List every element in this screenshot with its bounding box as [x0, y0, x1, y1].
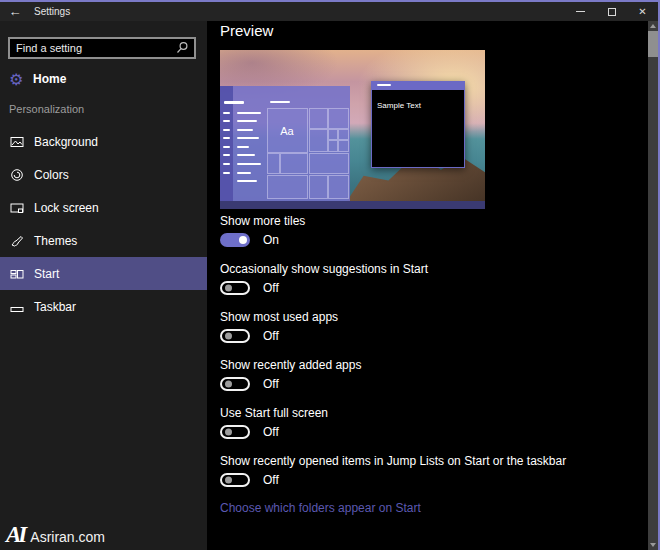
window-controls: ✕	[565, 2, 658, 21]
toggle-state: Off	[263, 425, 279, 439]
background-image-icon	[10, 135, 24, 149]
start-icon	[10, 267, 24, 281]
toggle-state: Off	[263, 377, 279, 391]
home-label: Home	[33, 72, 66, 86]
toggle-state: Off	[263, 281, 279, 295]
toggle-show-more-tiles[interactable]	[220, 233, 250, 247]
setting-label: Use Start full screen	[220, 406, 648, 420]
scrollbar-down-arrow[interactable]	[650, 543, 656, 547]
setting-jump-lists: Show recently opened items in Jump Lists…	[220, 454, 648, 487]
watermark-logo: AI	[6, 522, 24, 548]
setting-full-screen: Use Start full screen Off	[220, 406, 648, 439]
preview-image: Aa Sample Text	[220, 50, 485, 209]
nav-label: Start	[34, 267, 59, 281]
setting-label: Show most used apps	[220, 310, 648, 324]
preview-section-dash	[270, 101, 290, 103]
nav-label: Colors	[34, 168, 69, 182]
preview-tiles: Aa	[267, 108, 349, 199]
sidebar-item-taskbar[interactable]: Taskbar	[0, 290, 207, 323]
sidebar-item-home[interactable]: ⚙ Home	[0, 66, 207, 92]
choose-folders-link[interactable]: Choose which folders appear on Start	[220, 501, 421, 515]
preview-taskbar	[220, 201, 485, 209]
toggle-state: On	[263, 233, 279, 247]
toggle-full-screen[interactable]	[220, 425, 250, 439]
setting-show-recently-added: Show recently added apps Off	[220, 358, 648, 391]
watermark: AI Asriran.com	[6, 522, 105, 548]
search-box	[8, 37, 196, 59]
sidebar-nav: Background Colors Lock screen Themes	[0, 125, 207, 323]
search-icon	[174, 41, 190, 55]
preview-sample-window-titlebar	[371, 81, 465, 90]
sidebar-item-start[interactable]: Start	[0, 257, 207, 290]
sidebar-item-background[interactable]: Background	[0, 125, 207, 158]
sidebar-item-themes[interactable]: Themes	[0, 224, 207, 257]
toggle-knob	[225, 477, 232, 484]
page-title: Preview	[220, 22, 648, 39]
setting-show-suggestions: Occasionally show suggestions in Start O…	[220, 262, 648, 295]
close-icon: ✕	[638, 7, 646, 17]
nav-label: Lock screen	[34, 201, 99, 215]
setting-label: Occasionally show suggestions in Start	[220, 262, 648, 276]
toggle-show-suggestions[interactable]	[220, 281, 250, 295]
preview-start-menu: Aa	[220, 86, 350, 201]
watermark-text: Asriran.com	[30, 529, 105, 545]
sidebar-item-colors[interactable]: Colors	[0, 158, 207, 191]
themes-icon	[10, 234, 24, 248]
preview-tile-label: Aa	[280, 125, 294, 137]
preview-sample-text: Sample Text	[377, 101, 421, 110]
toggle-state: Off	[263, 329, 279, 343]
settings-window: ← Settings ✕ ⚙ Home Personalization	[0, 0, 660, 550]
setting-show-more-tiles: Show more tiles On	[220, 214, 648, 247]
setting-label: Show recently opened items in Jump Lists…	[220, 454, 648, 468]
toggle-show-most-used[interactable]	[220, 329, 250, 343]
preview-menu-dash	[224, 101, 244, 104]
search-input[interactable]	[10, 42, 174, 54]
preview-sample-window-body: Sample Text	[371, 90, 465, 168]
toggle-knob	[225, 333, 232, 340]
window-title: Settings	[34, 6, 70, 17]
minimize-icon	[576, 11, 585, 12]
minimize-button[interactable]	[565, 2, 596, 21]
setting-show-most-used: Show most used apps Off	[220, 310, 648, 343]
setting-label: Show more tiles	[220, 214, 648, 228]
maximize-icon	[608, 8, 616, 16]
nav-label: Taskbar	[34, 300, 76, 314]
main-content: Preview	[207, 21, 648, 550]
section-label-personalization: Personalization	[9, 103, 84, 115]
toggle-knob	[239, 236, 247, 244]
nav-label: Background	[34, 135, 98, 149]
lock-screen-icon	[10, 201, 24, 215]
scrollbar-thumb[interactable]	[648, 31, 658, 57]
close-button[interactable]: ✕	[627, 2, 658, 21]
colors-icon	[10, 168, 24, 182]
scrollbar-up-arrow[interactable]	[650, 24, 656, 28]
preview-sample-window: Sample Text	[371, 81, 465, 168]
toggle-jump-lists[interactable]	[220, 473, 250, 487]
toggle-knob	[225, 285, 232, 292]
sidebar: ⚙ Home Personalization Background Colors	[0, 21, 207, 550]
back-button[interactable]: ←	[0, 4, 30, 19]
sidebar-item-lock-screen[interactable]: Lock screen	[0, 191, 207, 224]
taskbar-icon	[10, 300, 24, 314]
toggle-knob	[225, 381, 232, 388]
gear-icon: ⚙	[9, 70, 33, 89]
maximize-button[interactable]	[596, 2, 627, 21]
toggle-knob	[225, 429, 232, 436]
scrollbar[interactable]	[648, 21, 658, 550]
nav-label: Themes	[34, 234, 77, 248]
titlebar: ← Settings ✕	[0, 2, 658, 21]
toggle-state: Off	[263, 473, 279, 487]
toggle-show-recently-added[interactable]	[220, 377, 250, 391]
back-arrow-icon: ←	[9, 4, 22, 19]
setting-label: Show recently added apps	[220, 358, 648, 372]
